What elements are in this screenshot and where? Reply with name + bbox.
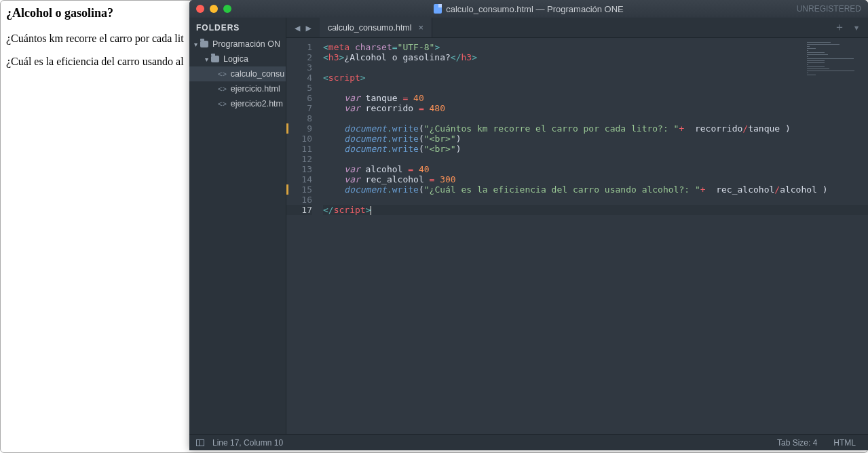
code-line[interactable] [323, 195, 868, 205]
line-number[interactable]: 11 [286, 144, 312, 154]
file-icon: <> [218, 85, 227, 93]
tab-menu-icon[interactable]: ▾ [853, 21, 860, 34]
line-number[interactable]: 12 [286, 154, 312, 164]
maximize-window-button[interactable] [223, 5, 231, 13]
disclosure-icon[interactable]: ▾ [192, 41, 199, 48]
minimize-window-button[interactable] [210, 5, 218, 13]
code-line[interactable] [323, 83, 868, 93]
line-number[interactable]: 17 [286, 205, 312, 215]
code-line[interactable] [323, 113, 868, 123]
code-line[interactable]: var alcohol = 40 [323, 164, 868, 174]
titlebar[interactable]: calculo_consumo.html — Programación ONE … [189, 0, 868, 18]
tab-size[interactable]: Tab Size: 4 [777, 438, 817, 448]
tab-active[interactable]: calculo_consumo.html × [320, 18, 432, 37]
tab-nav: ◀ ▶ [286, 18, 320, 37]
tabbar-right: ＋ ▾ [826, 18, 868, 37]
code-line[interactable]: </script> [323, 205, 868, 215]
line-number[interactable]: 14 [286, 174, 312, 184]
folder-icon [200, 41, 208, 47]
tree-item-label: ejercicio2.htm [231, 99, 283, 109]
line-number[interactable]: 13 [286, 164, 312, 174]
editor-main: ◀ ▶ calculo_consumo.html × ＋ ▾ 123456789… [286, 18, 868, 434]
nav-back-icon[interactable]: ◀ [295, 22, 300, 33]
window-controls [196, 5, 231, 13]
nav-forward-icon[interactable]: ▶ [305, 22, 311, 33]
tabbar[interactable]: ◀ ▶ calculo_consumo.html × ＋ ▾ [286, 18, 868, 38]
line-number[interactable]: 3 [286, 62, 312, 73]
tab-label: calculo_consumo.html [328, 23, 412, 33]
folder-tree[interactable]: ▾Programación ON▾Logica<>calculo_consu<>… [189, 37, 286, 434]
line-number[interactable]: 7 [286, 103, 312, 113]
file-row[interactable]: <>calculo_consu [189, 66, 286, 81]
line-number[interactable]: 1 [286, 42, 312, 52]
code-line[interactable] [323, 62, 868, 73]
line-number[interactable]: 8 [286, 113, 312, 123]
code-line[interactable]: document.write("<br>") [323, 144, 868, 154]
code-line[interactable]: document.write("<br>") [323, 134, 868, 144]
code-line[interactable]: document.write("¿Cuántos km recorre el c… [323, 123, 868, 134]
cursor-position[interactable]: Line 17, Column 10 [212, 438, 283, 448]
line-number[interactable]: 9 [286, 123, 312, 134]
panel-toggle-icon[interactable] [196, 439, 204, 446]
code-line[interactable]: var tanque = 40 [323, 93, 868, 103]
code-line[interactable]: <script> [323, 73, 868, 83]
folder-row[interactable]: ▾Logica [189, 52, 286, 66]
license-label: UNREGISTERED [797, 4, 861, 14]
statusbar[interactable]: Line 17, Column 10 Tab Size: 4 HTML [189, 434, 868, 450]
file-icon [434, 4, 442, 14]
close-window-button[interactable] [196, 5, 204, 13]
code-line[interactable]: var recorrido = 480 [323, 103, 868, 113]
window-title: calculo_consumo.html — Programación ONE [189, 4, 868, 14]
folder-icon [211, 56, 219, 62]
syntax-language[interactable]: HTML [833, 438, 856, 448]
line-number[interactable]: 16 [286, 195, 312, 205]
line-number[interactable]: 5 [286, 83, 312, 93]
gutter[interactable]: 1234567891011121314151617 [286, 38, 316, 434]
editor-window: calculo_consumo.html — Programación ONE … [189, 0, 868, 450]
tree-item-label: ejercicio.html [231, 84, 280, 94]
file-row[interactable]: <>ejercicio.html [189, 81, 286, 96]
window-title-text: calculo_consumo.html — Programación ONE [446, 4, 624, 14]
code-editor[interactable]: <meta charset="UTF-8"><h3>¿Alcohol o gas… [316, 38, 868, 434]
text-cursor [371, 206, 371, 215]
sidebar-header: FOLDERS [189, 18, 286, 37]
disclosure-icon[interactable]: ▾ [203, 56, 210, 63]
code-line[interactable] [323, 154, 868, 164]
new-tab-icon[interactable]: ＋ [834, 20, 845, 35]
code-line[interactable]: document.write("¿Cuál es la eficiencia d… [323, 184, 868, 195]
code-area[interactable]: 1234567891011121314151617 <meta charset=… [286, 38, 868, 434]
line-number[interactable]: 6 [286, 93, 312, 103]
line-number[interactable]: 10 [286, 134, 312, 144]
workarea: FOLDERS ▾Programación ON▾Logica<>calculo… [189, 18, 868, 434]
tab-close-icon[interactable]: × [419, 22, 424, 33]
code-line[interactable]: <h3>¿Alcohol o gasolina?</h3> [323, 52, 868, 62]
file-icon: <> [218, 100, 227, 108]
tree-item-label: Programación ON [212, 39, 280, 49]
file-row[interactable]: <>ejercicio2.htm [189, 96, 286, 111]
code-line[interactable]: var rec_alcohol = 300 [323, 174, 868, 184]
code-line[interactable]: <meta charset="UTF-8"> [323, 42, 868, 52]
file-icon: <> [218, 70, 227, 78]
tabbar-spacer [432, 18, 826, 37]
line-number[interactable]: 4 [286, 73, 312, 83]
folder-row[interactable]: ▾Programación ON [189, 37, 286, 52]
line-number[interactable]: 15 [286, 184, 312, 195]
sidebar[interactable]: FOLDERS ▾Programación ON▾Logica<>calculo… [189, 18, 286, 434]
tree-item-label: Logica [223, 54, 248, 64]
tree-item-label: calculo_consu [231, 69, 284, 79]
line-number[interactable]: 2 [286, 52, 312, 62]
